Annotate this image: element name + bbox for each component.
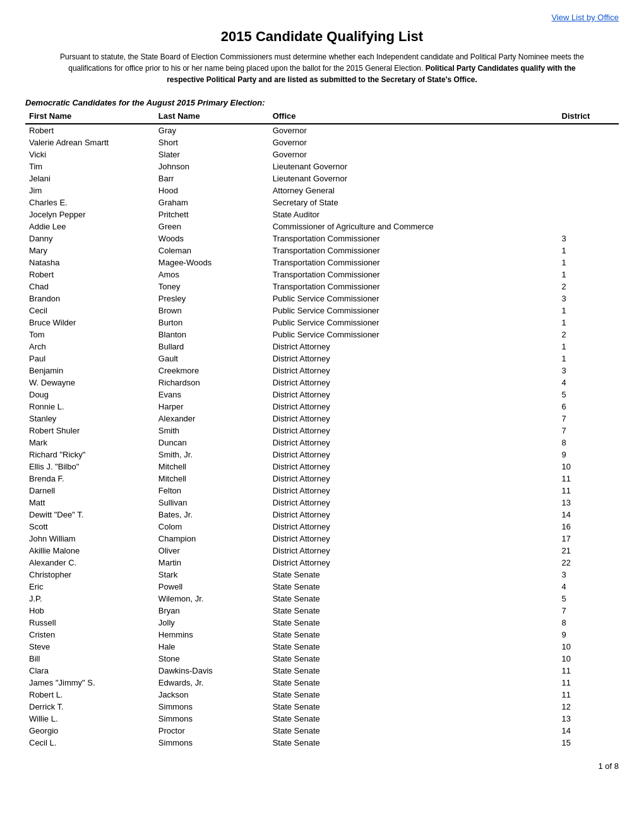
cell-last-name: Stone <box>155 653 269 665</box>
cell-district: 15 <box>558 737 619 749</box>
cell-district: 10 <box>558 461 619 473</box>
cell-first-name: Eric <box>25 581 155 593</box>
cell-office: District Attorney <box>269 365 558 377</box>
cell-district: 5 <box>558 593 619 605</box>
table-row: BillStoneState Senate10 <box>25 653 619 665</box>
cell-first-name: Arch <box>25 341 155 353</box>
cell-first-name: Bruce Wilder <box>25 317 155 329</box>
table-row: Ronnie L.HarperDistrict Attorney6 <box>25 401 619 413</box>
table-row: Brenda F.MitchellDistrict Attorney11 <box>25 473 619 485</box>
cell-last-name: Richardson <box>155 377 269 389</box>
cell-office: State Senate <box>269 737 558 749</box>
header-last-name: Last Name <box>155 110 269 124</box>
cell-office: Governor <box>269 124 558 136</box>
cell-first-name: Robert Shuler <box>25 425 155 437</box>
table-row: Richard "Ricky"Smith, Jr.District Attorn… <box>25 449 619 461</box>
table-row: Alexander C.MartinDistrict Attorney22 <box>25 557 619 569</box>
cell-last-name: Gault <box>155 353 269 365</box>
cell-last-name: Woods <box>155 233 269 245</box>
cell-first-name: Derrick T. <box>25 701 155 713</box>
cell-district: 9 <box>558 449 619 461</box>
cell-office: Lieutenant Governor <box>269 172 558 184</box>
cell-last-name: Bryan <box>155 605 269 617</box>
cell-district: 3 <box>558 569 619 581</box>
cell-last-name: Brown <box>155 305 269 317</box>
cell-last-name: Amos <box>155 269 269 281</box>
cell-last-name: Dawkins-Davis <box>155 665 269 677</box>
cell-office: State Senate <box>269 665 558 677</box>
cell-last-name: Wilemon, Jr. <box>155 593 269 605</box>
cell-district: 6 <box>558 401 619 413</box>
table-row: Addie LeeGreenCommissioner of Agricultur… <box>25 221 619 233</box>
cell-office: State Senate <box>269 641 558 653</box>
cell-office: State Senate <box>269 725 558 737</box>
cell-district: 3 <box>558 233 619 245</box>
cell-last-name: Powell <box>155 581 269 593</box>
section-title: Democratic Candidates for the August 201… <box>25 98 619 107</box>
cell-office: State Senate <box>269 581 558 593</box>
cell-office: Transportation Commissioner <box>269 269 558 281</box>
table-row: ScottColomDistrict Attorney16 <box>25 521 619 533</box>
cell-office: State Senate <box>269 713 558 725</box>
cell-last-name: Hemmins <box>155 629 269 641</box>
cell-district <box>558 160 619 172</box>
table-row: J.P.Wilemon, Jr.State Senate5 <box>25 593 619 605</box>
cell-last-name: Presley <box>155 293 269 305</box>
candidates-table: First Name Last Name Office District Rob… <box>25 110 619 749</box>
cell-office: State Senate <box>269 677 558 689</box>
cell-office: District Attorney <box>269 413 558 425</box>
table-row: ClaraDawkins-DavisState Senate11 <box>25 665 619 677</box>
cell-office: Attorney General <box>269 184 558 196</box>
cell-last-name: Creekmore <box>155 365 269 377</box>
page-number: 1 of 8 <box>25 761 619 771</box>
cell-office: Governor <box>269 148 558 160</box>
cell-district: 8 <box>558 617 619 629</box>
cell-first-name: Russell <box>25 617 155 629</box>
cell-district: 5 <box>558 389 619 401</box>
cell-last-name: Evans <box>155 389 269 401</box>
cell-office: District Attorney <box>269 497 558 509</box>
table-row: HobBryanState Senate7 <box>25 605 619 617</box>
cell-first-name: Brenda F. <box>25 473 155 485</box>
cell-first-name: Benjamin <box>25 365 155 377</box>
cell-first-name: John William <box>25 533 155 545</box>
cell-district: 1 <box>558 257 619 269</box>
cell-district: 11 <box>558 485 619 497</box>
cell-office: Transportation Commissioner <box>269 233 558 245</box>
cell-first-name: W. Dewayne <box>25 377 155 389</box>
table-row: Akillie MaloneOliverDistrict Attorney21 <box>25 545 619 557</box>
cell-last-name: Coleman <box>155 245 269 257</box>
table-row: Cecil L.SimmonsState Senate15 <box>25 737 619 749</box>
cell-district: 7 <box>558 413 619 425</box>
cell-first-name: Addie Lee <box>25 221 155 233</box>
cell-first-name: Akillie Malone <box>25 545 155 557</box>
cell-office: State Auditor <box>269 208 558 221</box>
page-title: 2015 Candidate Qualifying List <box>25 28 619 45</box>
cell-district: 21 <box>558 545 619 557</box>
table-row: RobertAmosTransportation Commissioner1 <box>25 269 619 281</box>
cell-first-name: Cecil L. <box>25 737 155 749</box>
table-header-row: First Name Last Name Office District <box>25 110 619 124</box>
table-row: John WilliamChampionDistrict Attorney17 <box>25 533 619 545</box>
table-row: ChristopherStarkState Senate3 <box>25 569 619 581</box>
cell-first-name: Cristen <box>25 629 155 641</box>
cell-last-name: Magee-Woods <box>155 257 269 269</box>
cell-last-name: Mitchell <box>155 473 269 485</box>
table-row: Dewitt "Dee" T.Bates, Jr.District Attorn… <box>25 509 619 521</box>
table-row: MaryColemanTransportation Commissioner1 <box>25 245 619 257</box>
cell-office: Lieutenant Governor <box>269 160 558 172</box>
cell-office: State Senate <box>269 617 558 629</box>
view-list-by-office-link[interactable]: View List by Office <box>552 13 619 22</box>
cell-last-name: Graham <box>155 196 269 208</box>
cell-last-name: Felton <box>155 485 269 497</box>
cell-district: 4 <box>558 377 619 389</box>
table-row: EricPowellState Senate4 <box>25 581 619 593</box>
cell-first-name: Christopher <box>25 569 155 581</box>
table-row: ChadToneyTransportation Commissioner2 <box>25 281 619 293</box>
table-row: GeorgioProctorState Senate14 <box>25 725 619 737</box>
cell-first-name: Robert <box>25 269 155 281</box>
cell-first-name: J.P. <box>25 593 155 605</box>
cell-district: 14 <box>558 509 619 521</box>
cell-office: District Attorney <box>269 485 558 497</box>
cell-office: State Senate <box>269 569 558 581</box>
